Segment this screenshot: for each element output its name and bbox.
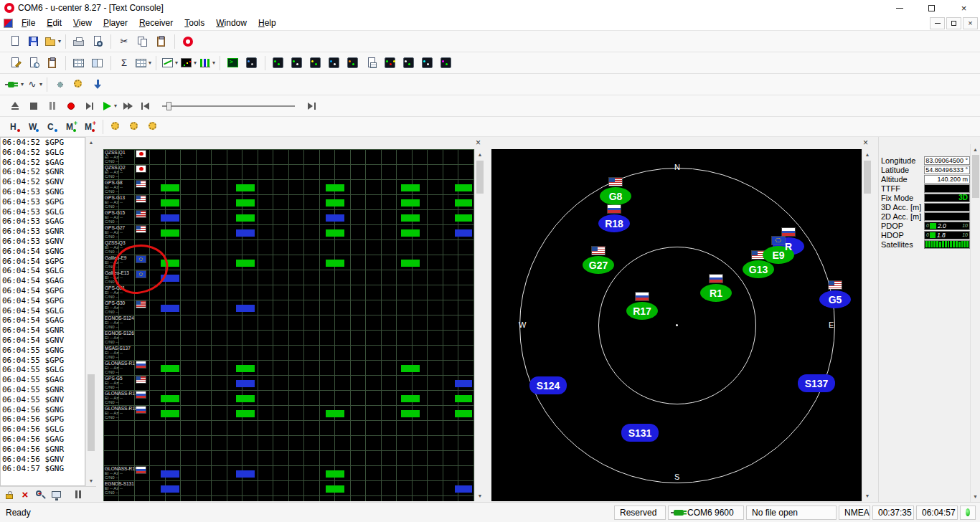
sky-close-button[interactable]: × [860,138,871,148]
watch-window-button[interactable]: W [25,118,42,136]
jump-end-button[interactable] [303,98,320,115]
copy-button[interactable] [134,33,151,50]
table-view-button[interactable]: ▾ [134,54,151,72]
restore-button[interactable] [915,0,948,16]
step-button[interactable] [81,98,98,115]
menu-help[interactable]: Help [253,16,282,29]
split-view-icon [90,56,105,70]
scroll-thumb[interactable] [88,374,95,451]
console-line: 06:04:54 $GPG [2,286,85,296]
save-file-button[interactable] [25,33,42,50]
paste-button[interactable] [153,33,170,50]
baudrate-button[interactable]: ∿▾ [25,76,42,93]
firmware-update-button[interactable] [89,76,106,93]
tools-config-button[interactable] [145,118,162,136]
player-slider-thumb[interactable] [166,102,171,110]
scroll-thumb[interactable] [476,161,484,194]
sky-view-button[interactable] [419,54,436,72]
hex-view-button[interactable]: H [6,118,24,136]
mdi-close-button[interactable]: × [963,17,978,29]
console-output[interactable]: 06:04:52 $GPG06:04:52 $GLG06:04:52 $GAG0… [0,137,85,486]
print-preview-button[interactable] [89,33,106,50]
zoom-text-button[interactable]: + [33,488,49,502]
text-console-button[interactable] [288,54,306,72]
notes-button[interactable] [44,54,61,72]
map-view-button[interactable] [382,54,399,72]
histogram-view-button[interactable]: ▾ [198,54,215,72]
sky-scrollbar[interactable]: ▲▼ [862,149,872,501]
quick-settings-button[interactable] [70,76,88,93]
menu-edit[interactable]: Edit [41,16,67,29]
scroll-down-arrow[interactable]: ▼ [971,491,980,502]
console-scrollbar[interactable]: ▲▼ [85,137,96,486]
open-file-button[interactable]: ▾ [44,33,61,50]
pause-button[interactable] [44,98,61,115]
satellite-id: EGNOS-S126 [105,331,134,336]
scroll-up-arrow[interactable]: ▲ [86,137,96,148]
autobauding-button[interactable] [52,76,69,93]
tools-assistnow-button[interactable] [126,118,143,136]
scroll-down-arrow[interactable]: ▼ [86,475,96,486]
sky-satellite-s124: S124 [529,376,567,394]
menu-view[interactable]: View [67,16,98,29]
new-file-button[interactable] [6,33,24,50]
scroll-up-arrow[interactable]: ▲ [475,149,485,160]
database-view-button[interactable] [70,54,88,72]
scroll-thumb[interactable] [864,161,871,194]
command-window-button[interactable]: C [44,118,61,136]
data-scrollbar[interactable]: ▲▼ [970,144,980,502]
menu-player[interactable]: Player [98,16,133,29]
configuration-view-button[interactable] [344,54,362,72]
stop-button[interactable] [25,98,42,115]
clear-console-button[interactable]: × [17,488,33,502]
docking-windows-button[interactable] [438,54,455,72]
message-filter-add-button[interactable]: M+ [62,118,80,136]
log-file-time-button[interactable] [25,54,42,72]
scroll-down-arrow[interactable]: ▼ [475,490,485,501]
statistics-button[interactable]: Σ [116,54,133,72]
message-view-button[interactable] [326,54,343,72]
scroll-down-arrow[interactable]: ▼ [862,490,872,501]
history-chart-view-button[interactable]: ▾ [179,54,197,72]
menu-tools[interactable]: Tools [179,16,210,29]
print-button[interactable] [70,33,88,50]
scroll-thumb[interactable] [972,155,979,198]
menu-receiver[interactable]: Receiver [133,16,179,29]
chart-view-button[interactable]: ▾ [161,54,178,72]
connect-port-button[interactable]: ▾ [6,76,24,93]
mdi-minimize-button[interactable] [930,17,945,29]
player-slider[interactable] [162,100,295,112]
eject-button[interactable] [6,98,24,115]
camera-view-button[interactable] [243,54,260,72]
record-button[interactable] [62,98,80,115]
scroll-lock-button[interactable] [1,488,17,502]
statistic-view-button[interactable] [363,54,380,72]
signal-bar [161,214,179,222]
tools-epo-button[interactable] [108,118,125,136]
binary-console-button[interactable] [270,54,287,72]
menu-window[interactable]: Window [210,16,253,29]
mdi-restore-button[interactable] [946,17,961,29]
deviation-map-button[interactable] [400,54,418,72]
scroll-up-arrow[interactable]: ▲ [971,144,980,155]
ublox-website-button[interactable] [179,33,197,50]
play-button[interactable]: ▾ [100,98,117,115]
fast-forward-button[interactable] [118,98,136,115]
packet-console-button[interactable] [307,54,324,72]
gnss-console-button[interactable] [225,54,242,72]
jump-begin-button[interactable] [137,98,154,115]
scroll-up-arrow[interactable]: ▲ [862,149,872,160]
levels-close-button[interactable]: × [473,138,484,148]
status-com-port[interactable]: COM6 9600 [668,506,744,520]
log-file-edit-button[interactable] [6,54,24,72]
menu-file[interactable]: File [16,16,41,29]
close-button[interactable]: × [948,0,980,16]
message-filter-remove-button[interactable]: M+ [81,118,98,136]
levels-scrollbar[interactable]: ▲▼ [474,149,485,501]
tools-epo-icon [109,120,123,134]
console-display-button[interactable] [49,488,65,502]
split-view-button[interactable] [89,54,106,72]
pause-display-button[interactable] [70,488,86,502]
minimize-button[interactable] [883,0,915,16]
cut-button[interactable]: ✂ [116,33,133,50]
